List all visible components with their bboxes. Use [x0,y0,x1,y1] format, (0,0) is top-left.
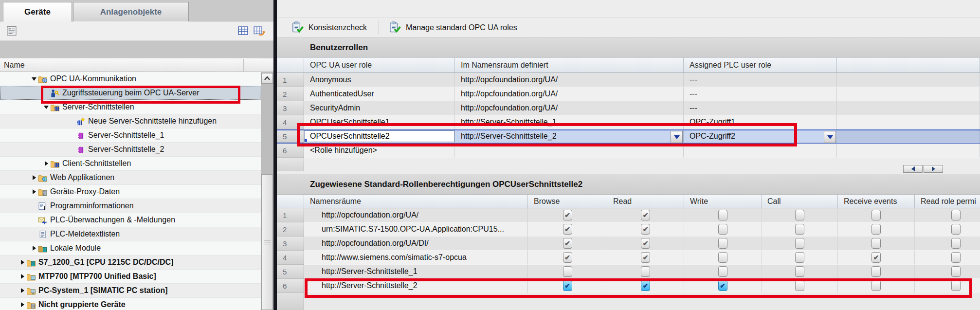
tree-item[interactable]: Zugriffssteuerung beim OPC UA-Server [0,86,261,100]
tree-item[interactable]: Neue Server-Schnittstelle hinzufügen [0,114,261,128]
checkbox-call[interactable] [795,252,804,263]
permissions-row[interactable]: 3http://opcfoundation.org/UA/DI/✔✔ [277,237,980,251]
opc-ua-user-role-cell[interactable]: <Rolle hinzufügen> [304,144,455,158]
tree-item[interactable]: Server-Schnittstelle_1 [0,128,261,143]
checkbox-read[interactable]: ✔ [641,280,650,291]
table-scroll-right-button[interactable] [924,165,943,173]
namespace-cell[interactable]: http://www.siemens.com/simatic-s7-opcua [304,251,528,265]
checkbox-call[interactable] [795,266,804,277]
checkbox-write[interactable] [718,266,727,277]
checkbox-receive-events[interactable] [871,210,881,220]
table-view-icon[interactable] [237,25,250,37]
permissions-row[interactable]: 5http://Server-Schnittstelle_1 [277,265,980,279]
permissions-row[interactable]: 2urn:SIMATIC.S7-1500.OPC-UA.Application:… [277,222,980,237]
namespace-cell[interactable]: http://opcfoundation.org/UA/DI/ [304,237,528,251]
checkbox-read-role-permissions[interactable] [951,238,961,249]
assigned-plc-role-cell[interactable]: --- [684,101,837,115]
user-role-row[interactable]: 2AuthenticatedUserhttp://opcfoundation.o… [277,87,980,101]
checkbox-read[interactable]: ✔ [641,224,650,235]
namespace-cell[interactable]: http://opcfoundation.org/UA/ [304,208,528,222]
checkbox-receive-events[interactable] [871,238,881,249]
checkbox-receive-events[interactable] [871,280,881,291]
checkbox-write[interactable] [718,224,727,235]
user-role-row[interactable]: 1Anonymoushttp://opcfoundation.org/UA/--… [277,73,980,87]
chevron-right-icon[interactable] [18,260,26,265]
checkbox-browse[interactable]: ✔ [563,210,572,220]
checkbox-receive-events[interactable] [871,266,881,277]
checkbox-call[interactable] [795,280,804,291]
tab-anlagenobjekte[interactable]: Anlagenobjekte [73,2,189,22]
namespace-cell[interactable]: http://opcfoundation.org/UA/ [455,101,684,115]
namespace-cell[interactable]: http://Server-Schnittstelle_1 [455,115,684,129]
namespace-cell[interactable]: http://opcfoundation.org/UA/ [455,87,684,101]
tab-geraete[interactable]: Geräte [3,2,72,22]
checkbox-read[interactable]: ✔ [641,252,650,263]
chevron-down-icon[interactable] [30,77,38,81]
assigned-plc-role-cell[interactable]: --- [684,87,837,101]
tree-item[interactable]: Server-Schnittstellen [0,100,261,114]
table-scroll-left-button[interactable] [903,165,923,173]
chevron-right-icon[interactable] [18,274,26,279]
checkbox-read[interactable]: ✔ [641,238,650,249]
plc-role-dropdown-button[interactable] [824,131,836,143]
tree-scrollbar-thumb[interactable] [261,174,273,310]
checkbox-browse[interactable]: ✔ [563,280,572,291]
tree-item[interactable]: Programminformationen [0,199,261,213]
namespace-cell[interactable]: urn:SIMATIC.S7-1500.OPC-UA.Application:C… [304,222,528,237]
namespace-dropdown-button[interactable] [671,131,683,143]
checkbox-write[interactable] [718,210,727,220]
namespace-cell[interactable]: http://opcfoundation.org/UA/ [455,73,684,87]
checkbox-write[interactable] [718,252,727,263]
opc-ua-user-role-cell[interactable]: OPCUserSchnittstelle1 [304,115,455,129]
assigned-plc-role-cell[interactable]: --- [684,73,837,87]
permissions-row[interactable]: 1http://opcfoundation.org/UA/✔✔ [277,208,980,222]
tree-item[interactable]: PC-System_1 [SIMATIC PC station] [0,284,261,298]
chevron-down-icon[interactable] [42,106,50,109]
manage-opcua-roles-button[interactable]: Manage standard OPC UA roles [389,20,517,35]
opc-ua-user-role-cell[interactable]: AuthenticatedUser [304,87,455,101]
permissions-row[interactable]: 6http://Server-Schnittstelle_2✔✔✔ [277,279,980,293]
namespace-cell[interactable] [455,144,684,158]
checkbox-receive-events[interactable]: ✔ [871,252,881,263]
permissions-row[interactable]: 4http://www.siemens.com/simatic-s7-opcua… [277,251,980,265]
opc-ua-user-role-cell[interactable]: OPCUserSchnittstelle2 [304,130,455,143]
tree-item[interactable]: S7_1200_G1 [CPU 1215C DC/DC/DC] [0,255,261,270]
tree-item[interactable]: PLC-Überwachungen & -Meldungen [0,213,261,227]
checkbox-read-role-permissions[interactable] [951,266,961,277]
checkbox-call[interactable] [795,210,804,220]
namespace-cell[interactable]: http://Server-Schnittstelle_2 [304,279,528,293]
catalog-icon[interactable] [6,25,18,37]
chevron-right-icon[interactable] [30,246,38,251]
assigned-plc-role-cell[interactable]: OPC-Zugriff1 [684,115,837,129]
assigned-plc-role-cell[interactable] [684,144,837,158]
tree-scrollbar-up-button[interactable] [261,73,273,84]
checkbox-browse[interactable]: ✔ [563,238,572,249]
tree-item[interactable]: OPC UA-Kommunikation [0,72,261,86]
checkbox-write[interactable]: ✔ [718,280,727,291]
chevron-right-icon[interactable] [30,175,38,180]
checkbox-call[interactable] [795,238,804,249]
konsistenzcheck-button[interactable]: Konsistenzcheck [291,20,367,35]
tree-item[interactable]: MTP700 [MTP700 Unified Basic] [0,270,261,284]
checkbox-receive-events[interactable] [871,224,881,235]
chevron-right-icon[interactable] [18,302,26,307]
tree-item[interactable]: Nicht gruppierte Geräte [0,298,261,310]
checkbox-browse[interactable]: ✔ [563,252,572,263]
checkbox-call[interactable] [795,224,804,235]
checkbox-browse[interactable]: ✔ [563,224,572,235]
user-role-row[interactable]: 5OPCUserSchnittstelle2http://Server-Schn… [277,129,980,144]
chevron-right-icon[interactable] [30,189,38,194]
checkbox-read-role-permissions[interactable] [951,210,961,220]
assigned-plc-role-cell[interactable]: OPC-Zugriff2 [684,130,837,143]
opc-ua-user-role-cell[interactable]: Anonymous [304,73,455,87]
tree-item[interactable]: Geräte-Proxy-Daten [0,185,261,199]
user-role-row[interactable]: 3SecurityAdminhttp://opcfoundation.org/U… [277,101,980,115]
user-role-row[interactable]: 4OPCUserSchnittstelle1http://Server-Schn… [277,115,980,129]
panel-splitter[interactable] [273,0,277,310]
checkbox-read[interactable]: ✔ [641,210,650,220]
checkbox-write[interactable] [718,238,727,249]
chevron-right-icon[interactable] [18,288,26,293]
checkbox-read[interactable] [641,266,650,277]
chevron-right-icon[interactable] [42,161,50,166]
opc-ua-user-role-cell[interactable]: SecurityAdmin [304,101,455,115]
